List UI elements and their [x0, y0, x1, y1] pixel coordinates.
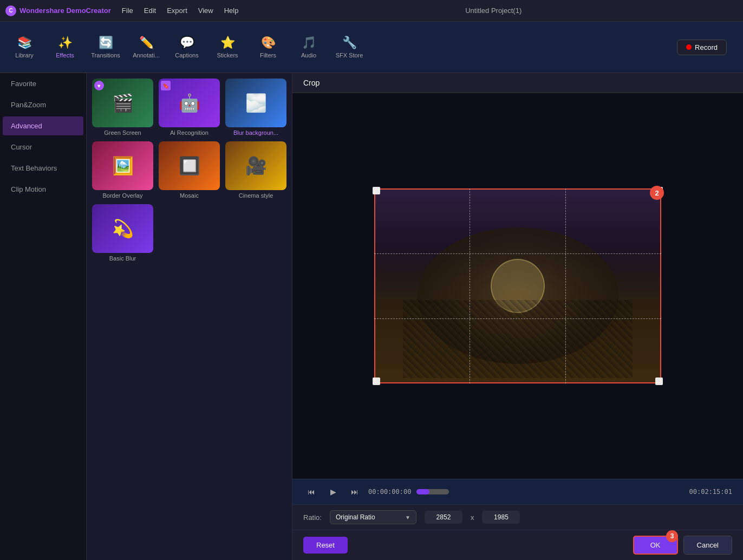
- record-label: Record: [695, 43, 718, 51]
- reset-button[interactable]: Reset: [303, 537, 348, 554]
- app-name: Wondershare DemoCreator: [19, 6, 111, 15]
- crop-video-container[interactable]: 2: [374, 188, 661, 383]
- ratio-select[interactable]: Original Ratio ▼: [330, 510, 416, 524]
- current-timecode: 00:00:00:00: [368, 488, 411, 496]
- crop-grid-h1: [374, 253, 661, 254]
- toolbar-filters[interactable]: 🎨 Filters: [249, 27, 287, 68]
- width-input[interactable]: [425, 511, 462, 524]
- captions-icon: 💬: [180, 36, 194, 50]
- toolbar-library-label: Library: [15, 52, 34, 58]
- library-icon: 📚: [17, 36, 32, 50]
- effect-cinema-style-label: Cinema style: [225, 192, 286, 199]
- toolbar-sfx[interactable]: 🔧 SFX Store: [330, 27, 368, 68]
- effect-green-screen[interactable]: ♥ 🎬 Green Screen: [92, 79, 153, 136]
- crop-handle-br[interactable]: [655, 377, 663, 385]
- end-timecode: 00:02:15:01: [689, 488, 732, 496]
- effect-cinema-style[interactable]: 🎥 Cinema style: [225, 141, 286, 199]
- sidebar-item-pan-zoom[interactable]: Pan&Zoom: [3, 95, 83, 114]
- action-buttons: Reset 3 OK Cancel: [292, 530, 743, 560]
- sidebar-item-cursor[interactable]: Cursor: [3, 138, 83, 157]
- toolbar-effects-label: Effects: [56, 52, 74, 58]
- sidebar-item-advanced[interactable]: Advanced: [3, 116, 83, 135]
- menu-export[interactable]: Export: [167, 6, 187, 15]
- toolbar-annotations[interactable]: ✏️ Annotati...: [127, 27, 165, 68]
- crop-preview-area[interactable]: 2: [292, 93, 743, 479]
- effects-grid: ♥ 🎬 Green Screen 🔖 🤖 Ai Recognition 🌫️ B…: [92, 79, 286, 262]
- menu-view[interactable]: View: [198, 6, 213, 15]
- badge-2: 2: [650, 186, 664, 200]
- effect-mosaic-label: Mosaic: [159, 192, 220, 199]
- crop-grid-v1: [470, 188, 470, 383]
- effect-ai-recognition[interactable]: 🔖 🤖 Ai Recognition: [159, 79, 220, 136]
- crop-overlay: Crop: [292, 73, 743, 560]
- sidebar-item-clip-motion[interactable]: Clip Motion: [3, 180, 83, 199]
- toolbar-sfx-label: SFX Store: [336, 52, 363, 58]
- audio-icon: 🎵: [302, 36, 316, 50]
- app-logo: C Wondershare DemoCreator: [5, 5, 111, 16]
- height-input[interactable]: [482, 511, 520, 524]
- effect-basic-blur-label: Basic Blur: [92, 255, 153, 262]
- chevron-down-icon: ▼: [405, 515, 410, 520]
- ratio-bar: Ratio: Original Ratio ▼ x: [292, 504, 743, 530]
- toolbar-stickers[interactable]: ⭐ Stickers: [208, 27, 246, 68]
- crop-grid-v2: [565, 188, 566, 383]
- record-dot: [686, 44, 692, 50]
- badge-3: 3: [666, 530, 678, 542]
- ratio-separator: x: [471, 513, 474, 522]
- playback-slider[interactable]: [416, 489, 449, 494]
- crop-video-preview: [374, 188, 661, 383]
- toolbar-annotations-label: Annotati...: [133, 52, 160, 58]
- crop-grid-h2: [374, 318, 661, 319]
- sidebar: Favorite Pan&Zoom Advanced Cursor Text B…: [0, 73, 87, 560]
- effect-blur-background-label: Blur backgroun...: [225, 129, 286, 136]
- stickers-icon: ⭐: [220, 36, 235, 50]
- crop-handle-tl[interactable]: [373, 187, 380, 194]
- bookmark-icon: 🔖: [161, 81, 171, 90]
- effect-border-overlay[interactable]: 🖼️ Border Overlay: [92, 141, 153, 199]
- menu-edit[interactable]: Edit: [144, 6, 156, 15]
- toolbar-transitions[interactable]: 🔄 Transitions: [87, 27, 125, 68]
- toolbar-effects[interactable]: ✨ Effects: [46, 27, 84, 68]
- toolbar-stickers-label: Stickers: [217, 52, 238, 58]
- ratio-value: Original Ratio: [336, 513, 375, 521]
- toolbar-library[interactable]: 📚 Library: [5, 27, 43, 68]
- annotations-icon: ✏️: [139, 36, 154, 50]
- toolbar-audio[interactable]: 🎵 Audio: [290, 27, 328, 68]
- crop-title: Crop: [303, 79, 320, 87]
- favorite-icon: ♥: [94, 81, 104, 90]
- confirm-buttons: 3 OK Cancel: [633, 536, 732, 555]
- effect-mosaic[interactable]: 🔲 Mosaic: [159, 141, 220, 199]
- sidebar-item-favorite[interactable]: Favorite: [3, 74, 83, 93]
- sidebar-item-text-behaviors[interactable]: Text Behaviors: [3, 159, 83, 178]
- effect-green-screen-label: Green Screen: [92, 129, 153, 136]
- effects-panel: ♥ 🎬 Green Screen 🔖 🤖 Ai Recognition 🌫️ B…: [87, 73, 292, 560]
- main-area: Favorite Pan&Zoom Advanced Cursor Text B…: [0, 73, 743, 560]
- cancel-button[interactable]: Cancel: [683, 536, 732, 555]
- toolbar-transitions-label: Transitions: [91, 52, 120, 58]
- toolbar-captions-label: Captions: [175, 52, 198, 58]
- play-back-button[interactable]: ⏮: [303, 484, 320, 500]
- playback-controls: ⏮ ▶ ⏭ 00:00:00:00 00:02:15:01: [292, 479, 743, 504]
- effect-border-overlay-label: Border Overlay: [92, 192, 153, 199]
- toolbar-captions[interactable]: 💬 Captions: [168, 27, 206, 68]
- app-logo-icon: C: [5, 5, 16, 16]
- effect-basic-blur[interactable]: 💫 Basic Blur: [92, 204, 153, 262]
- play-button[interactable]: ▶: [325, 484, 341, 500]
- menu-file[interactable]: File: [122, 6, 133, 15]
- toolbar-audio-label: Audio: [301, 52, 316, 58]
- transitions-icon: 🔄: [99, 36, 113, 50]
- ratio-label: Ratio:: [303, 513, 322, 522]
- menu-bar: C Wondershare DemoCreator File Edit Expo…: [0, 0, 743, 22]
- effect-blur-background[interactable]: 🌫️ Blur backgroun...: [225, 79, 286, 136]
- record-button[interactable]: Record: [677, 40, 727, 55]
- sfx-icon: 🔧: [342, 36, 357, 50]
- project-title: Untitled Project(1): [249, 6, 738, 15]
- effect-ai-recognition-label: Ai Recognition: [159, 129, 220, 136]
- effects-icon: ✨: [58, 36, 73, 50]
- menu-help[interactable]: Help: [224, 6, 239, 15]
- crop-header: Crop: [292, 73, 743, 93]
- crop-handle-bl[interactable]: [373, 377, 380, 385]
- toolbar-filters-label: Filters: [260, 52, 276, 58]
- play-forward-button[interactable]: ⏭: [347, 484, 363, 500]
- filters-icon: 🎨: [261, 36, 276, 50]
